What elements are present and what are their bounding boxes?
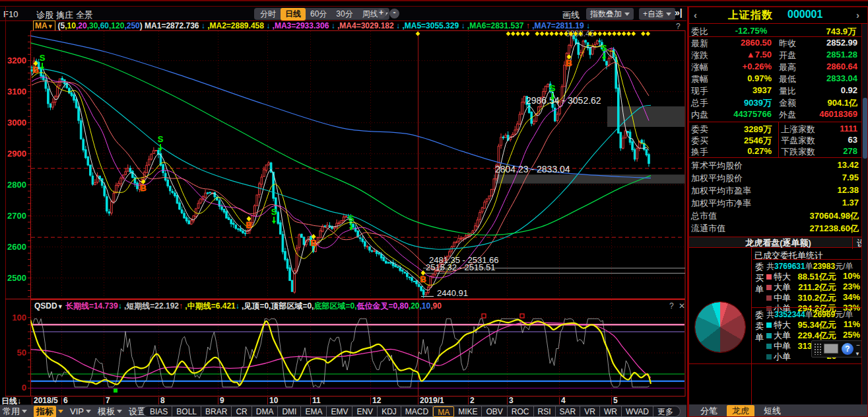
toolbar-menu-模板[interactable]: 模板 [98,406,122,417]
tab-短线[interactable]: 短线 [758,405,786,417]
svg-text:B: B [310,238,316,248]
stat-label: 内盘 [691,109,708,121]
stat-label: 开盘 [779,50,796,61]
divider [751,364,752,398]
y-tick-label: 2800 [0,180,26,190]
order-label: 换手 [691,146,708,158]
x-tick-label: 8 [160,396,165,405]
indicator-button-更多[interactable]: 更多 [653,406,677,417]
avg-value: 7.95 [842,172,859,182]
quote-header [688,7,868,24]
collapse-up-icon[interactable]: − [856,342,860,349]
svg-text:B: B [246,220,251,230]
stock-title: 上证指数 [728,9,773,22]
y-tick-label: 3200 [0,56,26,65]
avg-label: 加权平均市净率 [691,198,751,209]
indicator-button-VR[interactable]: VR [580,406,600,417]
qsdd-close-icon[interactable]: ✕ [679,301,685,311]
stat-value: 2860.64 [801,61,857,71]
indicator-button-MA[interactable]: MA [433,406,454,417]
indicator-button-WR[interactable]: WR [600,406,622,417]
tab-龙虎[interactable]: 龙虎 [727,405,754,417]
qsdd-selector[interactable]: QSDD▼ [34,301,63,311]
indicator-button-EMA[interactable]: EMA [301,406,327,417]
indicator-button-CR[interactable]: CR [232,406,251,417]
count-value: 278 [818,146,857,156]
bottom-toolbar: 常用指标VIP模板设置 BIASBOLLBRARCRDMADMIEMAEMVEN… [0,404,686,417]
svg-text:S: S [601,43,607,53]
stat-label: 总手 [691,97,708,109]
count-value: 63 [818,135,857,145]
indicator-button-BRAR[interactable]: BRAR [201,406,232,417]
indicator-button-MIKE[interactable]: MIKE [454,406,482,417]
indicator-button-ROC[interactable]: ROC [508,406,534,417]
y-tick-label: 3100 [0,87,26,96]
avg-label: 加权平均市盈率 [691,185,751,197]
x-tick-label: 3 [509,396,514,405]
stat-label: 最新 [691,38,708,50]
help-icon[interactable]: ? [842,343,853,355]
toolbar-menu-常用[interactable]: 常用 [3,406,27,417]
avg-value: 12.38 [837,185,859,195]
next-stock-arrow[interactable]: › [856,9,859,20]
indicator-button-SAR[interactable]: SAR [556,406,581,417]
toolbar-menu-VIP[interactable]: VIP [70,406,91,416]
drag-handle-icon[interactable] [814,343,822,355]
weichai-value: 743.9万 [826,26,856,38]
indicator-button-DMI[interactable]: DMI [278,406,301,417]
right-panel: ‹上证指数000001›委比-12.75%743.9万最新2860.50昨收28… [687,7,868,417]
avg-value: 370604.98亿 [810,210,859,222]
divider [753,259,868,260]
y-tick-label: 2900 [0,149,26,159]
avg-label: 算术平均股价 [691,160,743,172]
x-tick-label: 2019/1 [420,396,444,405]
deal-pie-chart [695,302,745,352]
chevron-down-icon [117,410,122,413]
x-tick-label: 4 [561,396,566,405]
buy-block-row-pct: 10% [839,271,860,281]
main-chart[interactable]: 2986.54 - 3052.622804.23 - 2833.042481.3… [0,0,686,417]
tab-分笔[interactable]: 分笔 [695,405,723,417]
indicator-button-BIAS[interactable]: BIAS [146,406,172,417]
indicator-button-strip: BIASBOLLBRARCRDMADMIEMAEMVENVKDJMACDMAMI… [143,406,681,417]
chevron-down-icon [86,410,91,413]
x-tick-label: 12 [372,396,381,405]
avg-value: 1.37 [842,198,859,208]
divider [752,307,868,308]
qsdd-help-icon[interactable]: ? [669,301,674,311]
indicator-button-ENV[interactable]: ENV [352,406,378,417]
svg-text:B: B [566,58,572,68]
buy-block-side-label: 委买单 [755,261,764,295]
indicator-button-RSI[interactable]: RSI [534,406,556,417]
keyboard-icon[interactable] [824,344,838,354]
indicator-button-WVAD[interactable]: WVAD [622,406,653,417]
order-label: 委卖 [691,124,708,135]
prev-stock-arrow[interactable]: ‹ [694,9,697,20]
svg-text:2440.91: 2440.91 [437,288,468,298]
order-value: 3289万 [715,124,772,135]
indicator-button-OBV[interactable]: OBV [482,406,507,417]
collapse-down-icon[interactable]: ▼ [855,351,860,357]
stat-label: 昨收 [779,38,796,50]
sell-block-row-label: 小单 [766,351,791,363]
svg-text:2804.23 - 2833.04: 2804.23 - 2833.04 [495,164,570,174]
toolbar-menu-指标[interactable]: 指标 [34,406,63,417]
stat-label: 外盘 [779,109,796,121]
x-tick-label: 7 [106,396,110,405]
sell-block-row-pct: 11% [839,319,860,329]
indicator-button-KDJ[interactable]: KDJ [378,406,401,417]
y-tick-label: 3000 [0,118,26,128]
avg-value: 271238.60亿 [810,223,859,235]
right-panel-tabs: 分笔龙虎短线 [688,404,868,417]
y-tick-label: 2700 [0,211,26,221]
count-label: 平盘家数 [781,135,815,147]
indicator-button-EMV[interactable]: EMV [327,406,352,417]
svg-text:S: S [158,134,164,144]
stat-value: 0.92 [801,85,857,95]
indicator-button-MACD[interactable]: MACD [401,406,433,417]
indicator-button-DMA[interactable]: DMA [252,406,279,417]
stat-label: 量比 [779,85,796,97]
indicator-button-BOLL[interactable]: BOLL [172,406,201,417]
stat-value: 46018369 [801,109,857,119]
stat-value: 2860.50 [715,38,772,48]
